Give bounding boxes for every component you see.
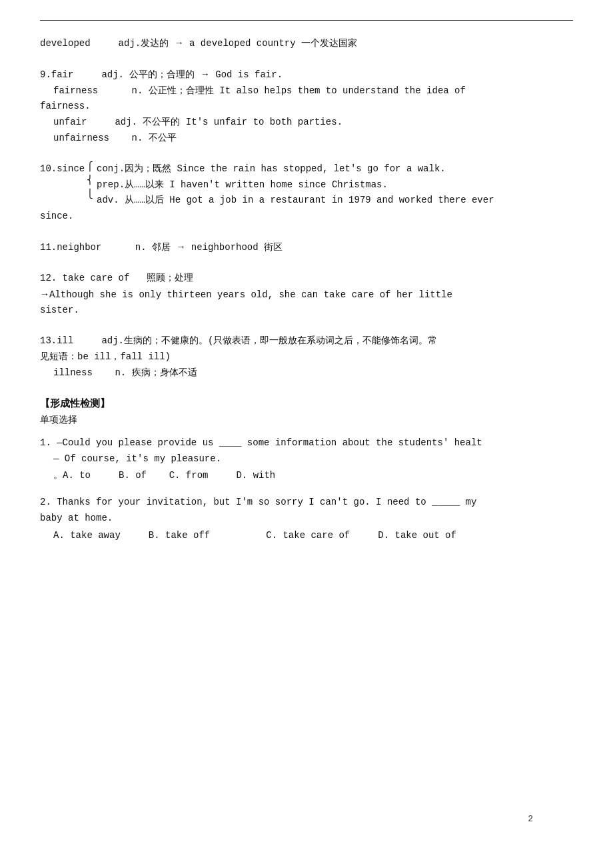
question-1: 1. —Could you please provide us ____ som… xyxy=(40,435,573,484)
fair-fairness2: fairness. xyxy=(40,99,573,115)
formative-title: 【形成性检测】 xyxy=(40,396,573,413)
top-divider xyxy=(40,20,573,21)
bracket-mid: ⎨ xyxy=(87,171,93,191)
q2-choices: A. take away B. take off C. take care of… xyxy=(53,528,573,544)
take-care-text1: 12. take care of 照顾；处理 xyxy=(40,271,573,287)
neighbor-text: 11.neighbor n. 邻居 → neighborhood 街区 xyxy=(40,239,573,256)
illness-text: illness n. 疾病；身体不适 xyxy=(53,365,573,381)
entry-take-care-of: 12. take care of 照顾；处理 →Although she is … xyxy=(40,271,573,319)
formative-subtitle: 单项选择 xyxy=(40,413,573,429)
question-2: 2. Thanks for your invitation, but I'm s… xyxy=(40,495,573,543)
fair-unfair: unfair adj. 不公平的 It's unfair to both par… xyxy=(53,115,573,131)
q2-text2: baby at home. xyxy=(40,511,573,527)
entry-neighbor: 11.neighbor n. 邻居 → neighborhood 街区 xyxy=(40,239,573,256)
q1-text2: — Of course, it's my pleasure. xyxy=(53,451,573,467)
ill-text1: 13.ill adj.生病的；不健康的。(只做表语，即一般放在系动词之后，不能修… xyxy=(40,333,573,349)
formative-section: 【形成性检测】 单项选择 1. —Could you please provid… xyxy=(40,396,573,544)
q2-text1: 2. Thanks for your invitation, but I'm s… xyxy=(40,495,573,511)
developed-text: developed adj.发达的 → a developed country … xyxy=(40,35,573,52)
since-conj: conj.因为；既然 Since the rain has stopped, l… xyxy=(97,161,494,177)
ill-text2: 见短语：be ill，fall ill) xyxy=(40,349,573,365)
entry-since: 10.since ⎧ ⎨ ⎩ conj.因为；既然 Since the rain… xyxy=(40,161,573,225)
page-number: 2 xyxy=(528,812,533,827)
since-definitions: conj.因为；既然 Since the rain has stopped, l… xyxy=(97,161,494,209)
take-care-text3: sister. xyxy=(40,303,573,319)
since-adv-cont: since. xyxy=(40,209,573,225)
since-adv: adv. 从……以后 He got a job in a restaurant … xyxy=(97,193,494,209)
q1-choices: 。A. to B. of C. from D. with xyxy=(53,468,573,484)
since-prep: prep.从……以来 I haven't written home since … xyxy=(97,177,494,193)
fair-fairness: fairness n. 公正性；合理性 It also helps them t… xyxy=(53,83,573,99)
fair-line1: 9.fair adj. 公平的；合理的 → God is fair. xyxy=(40,67,573,83)
since-label: 10.since xyxy=(40,161,85,177)
bracket-top: ⎧ xyxy=(87,163,93,171)
q1-text1: 1. —Could you please provide us ____ som… xyxy=(40,435,573,451)
take-care-text2: →Although she is only thirteen years old… xyxy=(40,287,573,303)
entry-ill: 13.ill adj.生病的；不健康的。(只做表语，即一般放在系动词之后，不能修… xyxy=(40,333,573,381)
entry-developed: developed adj.发达的 → a developed country … xyxy=(40,35,573,52)
fair-unfairness: unfairness n. 不公平 xyxy=(53,131,573,147)
bracket-bot: ⎩ xyxy=(87,190,93,199)
entry-fair: 9.fair adj. 公平的；合理的 → God is fair. fairn… xyxy=(40,67,573,147)
